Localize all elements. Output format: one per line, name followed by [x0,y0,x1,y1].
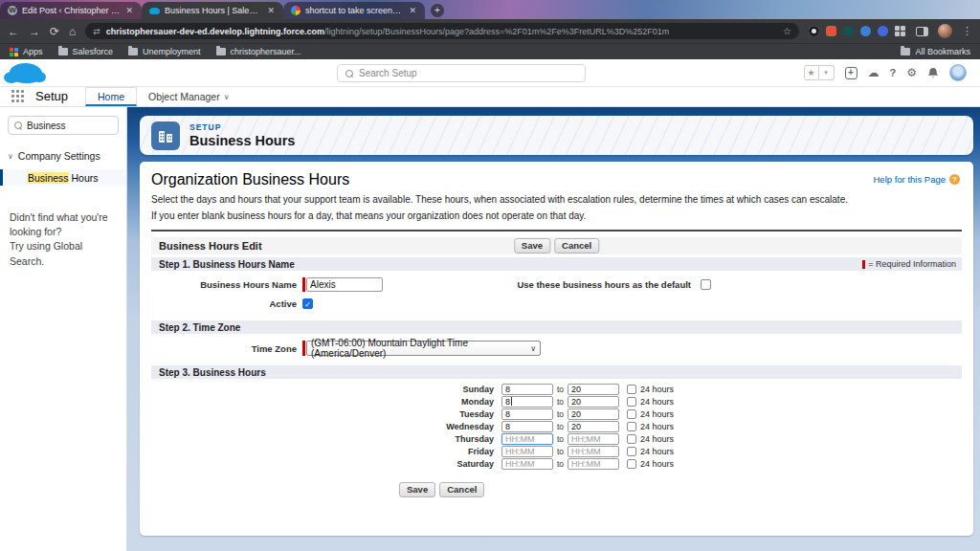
hours-24-checkbox[interactable] [627,385,636,394]
cancel-button-top[interactable]: Cancel [554,238,599,253]
bookmark-folder-unemployment[interactable]: Unemployment [128,47,201,56]
business-hours-name-input[interactable]: Alexis [306,277,383,292]
time-input[interactable]: HH:MM [501,433,553,445]
new-tab-button[interactable]: + [431,4,444,17]
time-input[interactable]: 20 [568,396,619,408]
time-input[interactable]: HH:MM [501,446,553,457]
hours-24-label: 24 hours [640,459,674,469]
folder-icon [216,48,226,55]
time-input[interactable]: 8 [501,384,553,395]
tab-salesforce[interactable]: Business Hours | Salesforce ✕ [142,2,283,19]
chevron-down-icon: ∨ [224,93,230,101]
day-row: Monday8to2024 hours [151,395,962,408]
time-input[interactable]: 20 [568,421,619,432]
extension-icon-2[interactable] [826,26,836,36]
to-label: to [557,434,564,444]
required-legend: = Required Information [862,259,956,269]
breadcrumb: SETUP [189,122,295,132]
tab-screenshot-help[interactable]: shortcut to take screenshot ✕ [283,2,425,19]
url-bar[interactable]: ⇄ christophersauer-dev-ed.develop.lightn… [85,23,799,39]
extensions-row [809,26,906,37]
close-icon[interactable]: ✕ [266,6,276,15]
hours-24-checkbox[interactable] [627,397,636,407]
app-launcher-icon[interactable] [11,90,26,104]
site-info-icon[interactable]: ⇄ [93,27,100,36]
save-button-bottom[interactable]: Save [399,482,435,497]
default-checkbox[interactable] [701,279,711,290]
time-input[interactable]: 8 [501,408,553,420]
hours-24-checkbox[interactable] [627,409,636,419]
search-icon [14,121,22,129]
close-icon[interactable]: ✕ [124,6,134,15]
trailhead-cloud-icon[interactable]: ☁ [868,67,880,78]
extension-icon-1[interactable] [809,26,819,36]
chrome-profile-avatar[interactable] [938,24,952,38]
setup-gear-icon[interactable]: ⚙ [906,67,917,78]
apps-grid-icon [10,48,18,56]
bookmark-folder-salesforce[interactable]: Salesforce [58,47,114,56]
sidebar-item-business-hours[interactable]: Business Hours [0,169,126,186]
tab-object-manager[interactable]: Object Manager∨ [137,87,241,106]
active-checkbox[interactable]: ✓ [302,298,313,309]
tab-wordpress[interactable]: W Edit Post ‹ Christopher Sau ✕ [0,2,142,19]
to-label: to [557,447,564,456]
save-button-top[interactable]: Save [514,238,550,253]
bookmark-star-icon[interactable]: ☆ [783,26,791,36]
business-hours-name-label: Business Hours Name [151,279,302,290]
sidebar-search-input[interactable]: Business [8,116,119,135]
step3-header: Step 3. Business Hours [151,365,962,379]
side-panel-icon[interactable] [916,27,928,36]
browser-menu-icon[interactable]: ⋮ [962,25,972,37]
help-for-page-link[interactable]: Help for this Page ? [873,174,960,185]
favorites-control[interactable]: ★ ▾ [804,65,835,80]
home-icon[interactable]: ⌂ [69,26,76,37]
favorites-chevron-icon[interactable]: ▾ [819,65,835,80]
day-label: Monday [151,397,501,407]
all-bookmarks[interactable]: All Bookmarks [901,47,970,56]
tree-group-company-settings[interactable]: ∨ Company Settings [8,150,126,162]
main-card: Help for this Page ? Organization Busine… [140,162,973,536]
back-icon[interactable]: ← [8,26,19,37]
extension-icon-5[interactable] [878,26,888,36]
time-input[interactable]: HH:MM [568,458,619,470]
quick-create-icon[interactable]: + [845,67,858,79]
sidebar-search-value: Business [27,121,66,131]
hours-24-checkbox[interactable] [627,447,636,456]
screen: W Edit Post ‹ Christopher Sau ✕ Business… [0,0,980,551]
time-input[interactable]: HH:MM [568,446,619,457]
extension-icon-4[interactable] [860,26,871,36]
tab-home[interactable]: Home [85,87,137,106]
help-icon[interactable]: ? [890,68,897,78]
close-icon[interactable]: ✕ [408,6,417,15]
extension-icon-3[interactable] [843,26,854,36]
time-input[interactable]: 8 [501,396,553,408]
hours-24-checkbox[interactable] [627,434,636,444]
time-input[interactable]: HH:MM [501,458,553,470]
extensions-puzzle-icon[interactable] [895,26,906,37]
time-input[interactable]: 20 [568,408,619,420]
setup-search-box[interactable]: Search Setup [337,64,586,82]
day-label: Thursday [151,434,501,444]
time-zone-select[interactable]: (GMT-06:00) Mountain Daylight Time (Amer… [306,341,541,356]
time-input[interactable]: 20 [568,384,619,395]
salesforce-logo [10,63,42,83]
cancel-button-bottom[interactable]: Cancel [439,482,484,497]
hours-24-checkbox[interactable] [627,459,636,469]
time-input[interactable]: HH:MM [568,433,619,445]
forward-icon[interactable]: → [29,26,40,37]
to-label: to [557,422,564,431]
bookmark-folder-christophersauer[interactable]: christophersauer... [216,47,301,56]
bookmark-apps[interactable]: Apps [10,47,43,56]
google-icon [291,6,301,15]
reload-icon[interactable]: ⟳ [50,26,59,37]
folder-icon [58,48,68,55]
header-actions: ★ ▾ + ☁ ? ⚙ [804,64,968,81]
time-input[interactable]: 8 [501,421,553,432]
sidebar-hint: Didn't find what you're looking for? Try… [10,210,117,269]
favorites-star-icon[interactable]: ★ [804,65,819,80]
notifications-bell-icon[interactable] [927,67,939,79]
user-avatar[interactable] [949,64,967,81]
day-label: Saturday [151,459,501,469]
hours-24-checkbox[interactable] [627,422,636,431]
hours-24-label: 24 hours [640,422,674,431]
